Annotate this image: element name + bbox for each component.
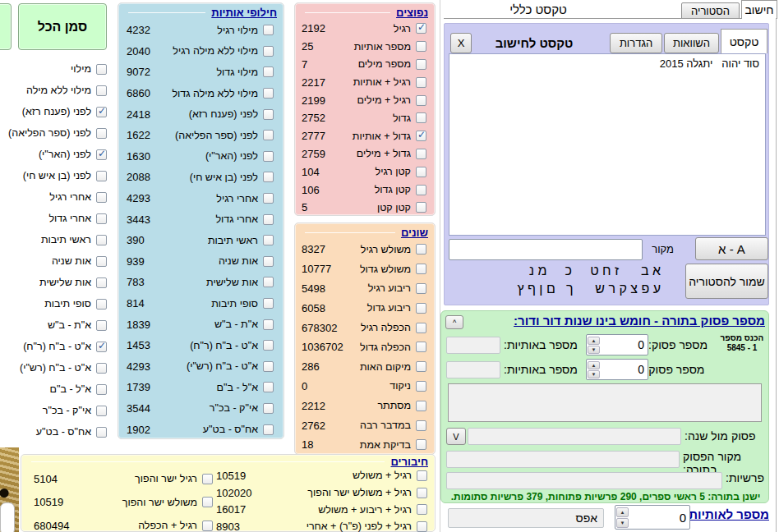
checkbox[interactable] bbox=[96, 171, 107, 181]
checkbox[interactable] bbox=[202, 474, 213, 484]
checkbox[interactable] bbox=[263, 340, 274, 351]
checkbox[interactable] bbox=[416, 342, 426, 352]
checkbox[interactable] bbox=[96, 320, 107, 331]
panel-title[interactable]: נפוצים bbox=[396, 7, 428, 19]
checkbox[interactable] bbox=[96, 277, 107, 288]
checkbox[interactable] bbox=[263, 424, 274, 435]
spin-down-icon[interactable]: ▼ bbox=[616, 518, 629, 528]
checkbox[interactable] bbox=[416, 112, 426, 123]
checkbox[interactable] bbox=[416, 439, 426, 450]
calculation-textarea[interactable]: סוד יהוה יתגלה 2015 bbox=[449, 53, 766, 236]
checkbox[interactable] bbox=[263, 361, 274, 372]
checkbox[interactable] bbox=[416, 381, 426, 392]
checkbox[interactable] bbox=[416, 185, 426, 195]
checkbox[interactable] bbox=[263, 88, 274, 99]
checkbox[interactable] bbox=[416, 283, 426, 294]
verse-number-spinner[interactable]: 0 ▲▼ bbox=[586, 334, 648, 355]
checkbox[interactable] bbox=[263, 298, 274, 309]
checkbox[interactable] bbox=[96, 384, 107, 395]
checkbox[interactable] bbox=[416, 131, 426, 141]
mark-all-button[interactable]: סמן הכל bbox=[18, 3, 107, 50]
panel-title[interactable]: חילופי אותיות bbox=[211, 7, 277, 19]
checkbox[interactable] bbox=[263, 130, 274, 140]
spin-down-icon[interactable]: ▼ bbox=[588, 370, 600, 378]
tab-settings[interactable]: הגדרות bbox=[610, 33, 662, 53]
checkbox[interactable] bbox=[417, 504, 427, 515]
checkbox[interactable] bbox=[263, 25, 274, 35]
checkbox[interactable] bbox=[96, 192, 107, 203]
checkbox[interactable] bbox=[263, 214, 274, 225]
v-button[interactable]: V bbox=[446, 428, 466, 445]
tab-text[interactable]: טקסט bbox=[721, 29, 767, 53]
tab-comparisons[interactable]: השוואות bbox=[664, 33, 719, 53]
missing-letters-row-2[interactable]: ע פ צ ק ר ש ך ם ן ף ץ bbox=[449, 282, 661, 300]
checkbox[interactable] bbox=[416, 59, 426, 70]
checkbox[interactable] bbox=[263, 46, 274, 57]
panel-title[interactable]: שונים bbox=[401, 227, 428, 239]
checkbox[interactable] bbox=[96, 149, 107, 160]
tab-history[interactable]: הסטוריה bbox=[681, 2, 740, 19]
verse-panel-title[interactable]: מספר פסוק בתורה - חומש בינו שנות דור ודו… bbox=[466, 314, 765, 328]
checkbox[interactable] bbox=[416, 167, 426, 177]
checkbox[interactable] bbox=[96, 64, 107, 75]
checkbox[interactable] bbox=[96, 342, 107, 352]
source-input[interactable] bbox=[449, 239, 643, 260]
verse-number-value[interactable]: 0 bbox=[601, 335, 648, 355]
save-history-button[interactable]: שמור להסטוריה bbox=[685, 264, 768, 299]
alef-a-button[interactable]: א - A bbox=[695, 237, 768, 260]
checkbox[interactable] bbox=[416, 77, 426, 88]
checkbox[interactable] bbox=[263, 277, 274, 287]
number-to-letters-spinner[interactable]: 0 ▲▼ bbox=[615, 505, 690, 530]
checkbox[interactable] bbox=[263, 151, 274, 162]
spin-down-icon[interactable]: ▼ bbox=[588, 346, 600, 354]
checkbox[interactable] bbox=[96, 256, 107, 267]
tab-calculation[interactable]: חישוב bbox=[741, 0, 777, 19]
checkbox[interactable] bbox=[417, 521, 427, 532]
checkbox[interactable] bbox=[416, 264, 426, 274]
collapse-button[interactable]: ^ bbox=[445, 315, 463, 329]
spin-up-icon[interactable]: ▲ bbox=[588, 361, 600, 369]
checkbox[interactable] bbox=[263, 109, 274, 120]
checkbox[interactable] bbox=[263, 66, 274, 77]
reverse-verse-value[interactable]: 0 bbox=[601, 360, 648, 379]
checkbox[interactable] bbox=[202, 497, 213, 507]
checkbox[interactable] bbox=[96, 363, 107, 374]
checkbox[interactable] bbox=[96, 213, 107, 224]
missing-letters-row-1[interactable]: א ב ז ח ט כ מ נ bbox=[449, 264, 661, 282]
number-to-letters-value[interactable]: 0 bbox=[629, 506, 689, 529]
checkbox[interactable] bbox=[416, 202, 426, 213]
spinner-buttons[interactable]: ▲▼ bbox=[587, 335, 601, 355]
checkbox[interactable] bbox=[263, 172, 274, 182]
checkbox[interactable] bbox=[96, 85, 107, 96]
checkbox[interactable] bbox=[96, 128, 107, 139]
checkbox[interactable] bbox=[416, 401, 426, 411]
close-button[interactable]: X bbox=[450, 33, 472, 53]
checkbox[interactable] bbox=[416, 41, 426, 52]
checkbox[interactable] bbox=[416, 244, 426, 255]
checkbox[interactable] bbox=[416, 23, 426, 34]
checkbox[interactable] bbox=[263, 382, 274, 392]
checkbox[interactable] bbox=[263, 319, 274, 330]
spinner-buttons[interactable]: ▲▼ bbox=[615, 506, 629, 529]
reverse-verse-spinner[interactable]: 0 ▲▼ bbox=[586, 359, 648, 380]
checkbox[interactable] bbox=[263, 193, 274, 204]
number-to-letters-link[interactable]: מספר לאותיות bbox=[693, 507, 769, 521]
checkbox[interactable] bbox=[96, 427, 107, 438]
checkbox[interactable] bbox=[416, 420, 426, 431]
checkbox[interactable] bbox=[417, 488, 427, 498]
checkbox[interactable] bbox=[416, 361, 426, 372]
checkbox[interactable] bbox=[96, 299, 107, 310]
clipped-left-button[interactable] bbox=[0, 3, 12, 50]
checkbox[interactable] bbox=[263, 256, 274, 267]
checkbox[interactable] bbox=[416, 323, 426, 333]
checkbox[interactable] bbox=[96, 107, 107, 117]
checkbox[interactable] bbox=[96, 235, 107, 245]
spin-up-icon[interactable]: ▲ bbox=[588, 337, 600, 345]
checkbox[interactable] bbox=[417, 470, 427, 481]
spinner-buttons[interactable]: ▲▼ bbox=[587, 360, 601, 379]
spin-up-icon[interactable]: ▲ bbox=[616, 507, 629, 517]
checkbox[interactable] bbox=[202, 521, 213, 531]
panel-title[interactable]: חיבורים bbox=[390, 456, 428, 468]
checkbox[interactable] bbox=[416, 149, 426, 159]
checkbox[interactable] bbox=[263, 235, 274, 245]
